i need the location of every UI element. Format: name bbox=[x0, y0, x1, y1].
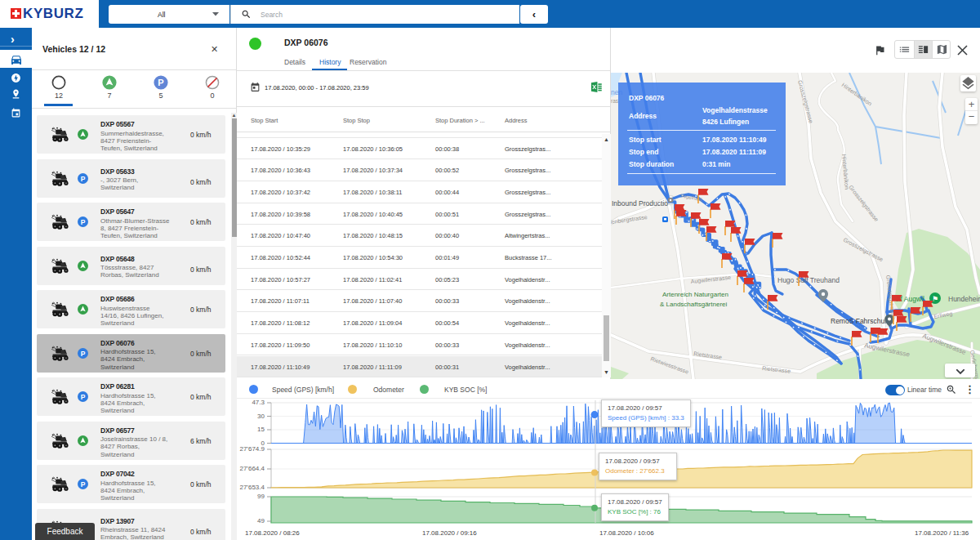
svg-text:P: P bbox=[81, 349, 86, 357]
svg-text:P: P bbox=[81, 480, 86, 489]
svg-text:& Landschaftsgärtnerei: & Landschaftsgärtnerei bbox=[660, 301, 727, 308]
svg-text:⚑: ⚑ bbox=[932, 295, 938, 303]
svg-text:P: P bbox=[81, 174, 86, 182]
svg-text:P: P bbox=[81, 393, 86, 401]
svg-text:Artenreich Naturgarten: Artenreich Naturgarten bbox=[662, 291, 728, 298]
svg-text:P: P bbox=[158, 78, 163, 87]
svg-text:Inbound Productio: Inbound Productio bbox=[612, 199, 668, 208]
svg-text:Hundeheim: Hundeheim bbox=[948, 295, 980, 303]
svg-text:P: P bbox=[81, 218, 86, 226]
svg-text:RemoS Fahrschule: RemoS Fahrschule bbox=[831, 317, 890, 325]
